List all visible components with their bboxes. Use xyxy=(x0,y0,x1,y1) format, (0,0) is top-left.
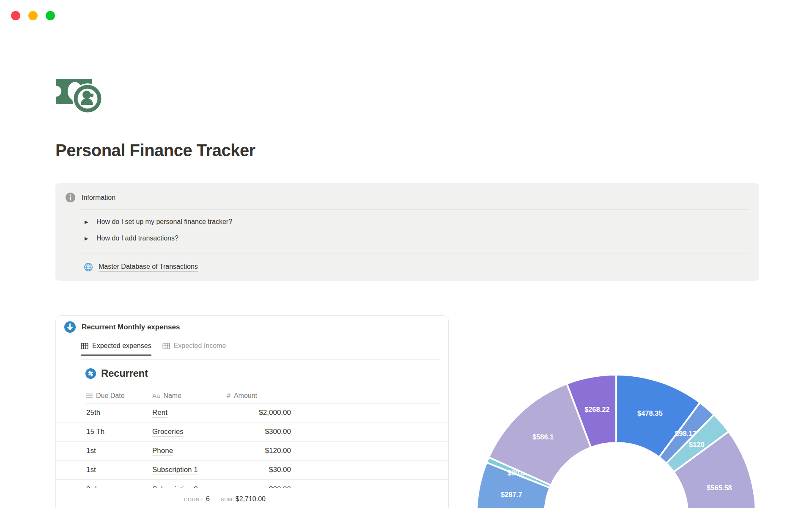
list-icon xyxy=(86,393,93,398)
name-cell[interactable]: Phone xyxy=(152,447,227,455)
sum-value: $2,710.00 xyxy=(236,495,266,503)
arrow-down-circle-icon xyxy=(64,321,76,333)
slice-value-label: $565.58 xyxy=(707,484,732,491)
name-cell[interactable]: Rent xyxy=(152,409,227,417)
due-date-cell[interactable]: 15 Th xyxy=(86,428,152,436)
table-row[interactable]: 25thRent$2,000.00 xyxy=(56,403,448,422)
database-title: Recurrent xyxy=(101,367,148,379)
page-icon[interactable] xyxy=(55,77,103,116)
column-name[interactable]: Aa Name xyxy=(152,392,227,400)
table-row[interactable]: 15 ThGroceries$300.00 xyxy=(56,422,448,442)
page-link[interactable]: Phone xyxy=(152,447,173,456)
amount-cell[interactable]: $300.00 xyxy=(227,428,291,436)
callout-title: Information xyxy=(82,194,115,202)
slice-value-label: $586.1 xyxy=(532,433,554,441)
amount-cell[interactable]: $2,000.00 xyxy=(227,409,291,417)
table-icon xyxy=(81,342,88,350)
count-value: 6 xyxy=(206,495,210,503)
view-tabs: Expected expenses Expected Income xyxy=(81,342,226,356)
toggle-arrow-icon[interactable]: ▶ xyxy=(85,236,90,241)
zoom-button[interactable] xyxy=(46,11,55,20)
table-footer: COUNT 6 SUM $2,710.00 xyxy=(184,495,266,503)
amount-cell[interactable]: $120.00 xyxy=(227,447,291,455)
divider xyxy=(79,209,749,210)
card-title: Recurrent Monthly expenses xyxy=(82,323,180,331)
toggle-setup-question[interactable]: ▶ How do I set up my personal finance tr… xyxy=(85,218,232,226)
clipped-row-wrapper: 3rdSubscription 2$20.00 xyxy=(56,480,448,488)
recurrent-expenses-card: Recurrent Monthly expenses Expected expe… xyxy=(55,315,449,508)
globe-icon xyxy=(83,262,93,272)
slice-value-label: $120 xyxy=(689,441,705,448)
expenses-donut-chart: $287.7$30.68$586.1$268.22$478.35$98.17$1… xyxy=(474,372,765,508)
divider xyxy=(79,254,749,254)
slice-value-label: $268.22 xyxy=(584,406,610,413)
master-database-link[interactable]: Master Database of Transactions xyxy=(99,263,198,272)
window-controls xyxy=(11,11,55,20)
due-date-cell[interactable]: 1st xyxy=(86,447,152,455)
amount-cell[interactable]: $30.00 xyxy=(227,466,291,474)
table-rows: 25thRent$2,000.0015 ThGroceries$300.001s… xyxy=(56,403,448,488)
tab-expected-expenses[interactable]: Expected expenses xyxy=(81,342,151,356)
due-date-cell[interactable]: 1st xyxy=(86,466,152,474)
table-header-row: Due Date Aa Name # Amount xyxy=(56,388,448,403)
table-icon xyxy=(162,342,170,350)
tab-expected-income[interactable]: Expected Income xyxy=(162,342,226,356)
table-row[interactable]: 3rdSubscription 2$20.00 xyxy=(56,480,448,488)
page-link[interactable]: Groceries xyxy=(152,428,184,437)
text-icon: Aa xyxy=(152,392,160,399)
information-callout: Information ▶ How do I set up my persona… xyxy=(55,183,759,281)
left-right-arrows-circle-icon xyxy=(85,368,96,379)
name-cell[interactable]: Subscription 1 xyxy=(152,466,227,474)
money-icon xyxy=(55,77,103,115)
slice-value-label: $478.35 xyxy=(637,409,663,417)
toggle-arrow-icon[interactable]: ▶ xyxy=(85,219,90,225)
due-date-cell[interactable]: 25th xyxy=(86,409,152,417)
donut-chart-svg: $287.7$30.68$586.1$268.22$478.35$98.17$1… xyxy=(474,372,765,508)
divider xyxy=(86,488,440,488)
name-cell[interactable]: Groceries xyxy=(152,428,227,436)
number-icon: # xyxy=(227,392,230,400)
table-row[interactable]: 1stSubscription 1$30.00 xyxy=(56,461,448,480)
count-label[interactable]: COUNT xyxy=(184,497,203,502)
info-icon xyxy=(66,193,75,202)
minimize-button[interactable] xyxy=(28,11,38,20)
sum-label[interactable]: SUM xyxy=(221,497,233,502)
toggle-add-transactions-question[interactable]: ▶ How do I add transactions? xyxy=(85,235,178,242)
slice-value-label: $287.7 xyxy=(501,491,522,498)
page-link[interactable]: Rent xyxy=(152,409,167,418)
close-button[interactable] xyxy=(11,11,20,20)
column-due-date[interactable]: Due Date xyxy=(86,392,152,400)
page-title: Personal Finance Tracker xyxy=(55,141,255,160)
column-amount[interactable]: # Amount xyxy=(227,392,291,400)
tabs-baseline xyxy=(81,359,440,360)
table-row[interactable]: 1stPhone$120.00 xyxy=(56,442,448,461)
notion-page: Personal Finance Tracker Information ▶ H… xyxy=(0,0,812,508)
page-link[interactable]: Subscription 1 xyxy=(152,466,198,475)
